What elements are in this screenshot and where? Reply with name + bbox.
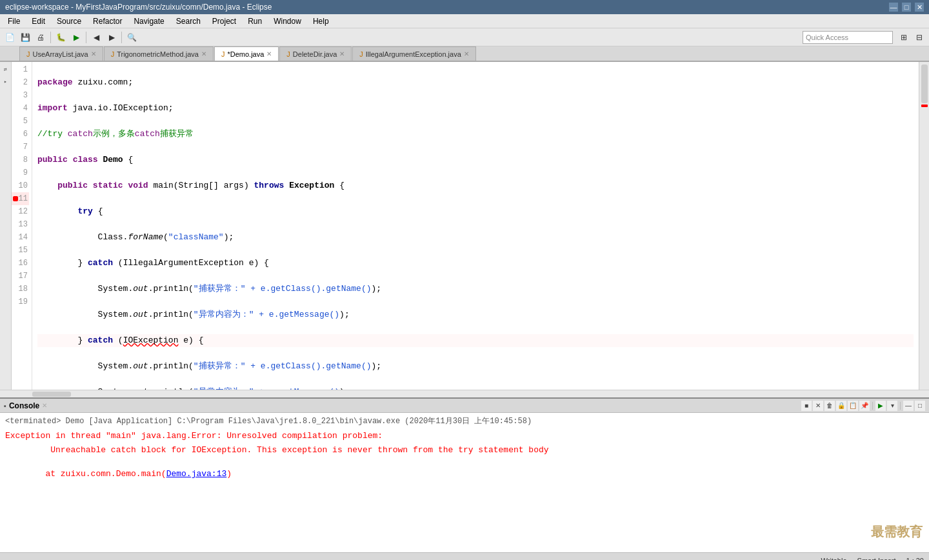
view-button[interactable]: ⊟ [912,30,926,45]
console-run-button[interactable]: ▶ [875,401,886,411]
menu-bar: File Edit Source Refactor Navigate Searc… [0,14,929,28]
separator-3 [121,32,122,43]
code-line-2: import java.io.IOException; [37,102,914,115]
tabs-bar: J UseArrayList.java ✕ J TrigonometricMet… [0,46,929,62]
ln-13: 13 [12,218,29,231]
code-line-8: } catch (IllegalArgumentException e) { [37,257,914,270]
code-editor[interactable]: package zuixu.comn; import java.io.IOExc… [32,62,919,390]
menu-help[interactable]: Help [308,15,334,27]
left-icon-1[interactable]: ⇄ [0,63,12,75]
console-link[interactable]: Demo.java:13 [166,469,227,479]
status-bar: Writable Smart Insert 1 : 20 [0,552,929,560]
tab-usearraylist[interactable]: J UseArrayList.java ✕ [19,46,103,61]
quick-access-input[interactable]: Quick Access [803,31,893,44]
toolbar: 📄 💾 🖨 🐛 ▶ ◀ ▶ 🔍 Quick Access ⊞ ⊟ [0,28,929,46]
code-line-11: } catch (IOException e) { [37,334,914,347]
console-maximize[interactable]: □ [915,401,925,411]
code-line-3: //try catch示例，多条catch捕获异常 [37,128,914,141]
tab-close-3[interactable]: ✕ [266,50,272,57]
debug-button[interactable]: 🐛 [54,30,68,45]
console-toolbar: ■ ✕ 🗑 🔒 📋 📌 ▶ ▾ — □ [801,401,925,411]
ln-2: 2 [12,76,29,89]
tab-close-5[interactable]: ✕ [464,50,469,57]
run-button[interactable]: ▶ [69,30,83,45]
code-line-13: System.out.println("异常内容为：" + e.getMessa… [37,386,914,390]
menu-project[interactable]: Project [207,15,241,27]
menu-search[interactable]: Search [171,15,206,27]
tab-illegalargument[interactable]: J IllegalArgumentException.java ✕ [352,46,475,61]
ln-12: 12 [12,205,29,218]
ln-18: 18 [12,283,29,295]
tab-label-5: IllegalArgumentException.java [366,50,461,58]
ln-9: 9 [12,166,29,179]
print-button[interactable]: 🖨 [34,30,48,45]
editor-scrollbar[interactable] [919,62,929,390]
ln-5: 5° [12,115,29,128]
ln-4: 4 [12,102,29,115]
new-button[interactable]: 📄 [3,30,17,45]
code-line-6: try { [37,205,914,218]
tab-close-4[interactable]: ✕ [339,50,345,57]
menu-window[interactable]: Window [268,15,306,27]
tab-close-2[interactable]: ✕ [201,50,206,57]
console-copy-button[interactable]: 📋 [848,401,858,411]
tab-deletedir[interactable]: J DeleteDir.java ✕ [279,46,352,61]
console-paste-button[interactable]: 📌 [859,401,870,411]
search-button[interactable]: 🔍 [125,30,139,45]
console-clear-button[interactable]: 🗑 [824,401,835,411]
console-stop-button[interactable]: ■ [801,401,812,411]
console-close-marker: ✕ [42,402,47,409]
forward-button[interactable]: ▶ [105,30,119,45]
ln-3: 3 [12,89,29,102]
tab-label-4: DeleteDir.java [293,50,337,58]
console-scroll-lock-button[interactable]: 🔒 [836,401,846,411]
ln-10: 10 [12,179,29,192]
left-panel-icons: ⇄ ▸ [0,62,12,390]
console-remove-button[interactable]: ✕ [813,401,823,411]
code-line-7: Class.forName("className"); [37,231,914,244]
tab-demo[interactable]: J *Demo.java ✕ [214,46,279,61]
tab-close-1[interactable]: ✕ [91,50,96,57]
left-icon-2[interactable]: ▸ [0,75,12,87]
status-writable: Writable [821,557,846,561]
editor-hscrollbar[interactable] [0,390,929,397]
hscrollbar-thumb[interactable] [32,392,71,397]
code-line-5: public static void main(String[] args) t… [37,179,914,192]
code-line-12: System.out.println("捕获异常：" + e.getClass(… [37,360,914,373]
console-terminated-text: <terminated> Demo [Java Application] C:\… [5,415,924,426]
minimize-button[interactable]: — [889,3,898,12]
open-perspective-button[interactable]: ⊞ [897,30,911,45]
menu-run[interactable]: Run [243,15,267,27]
console-error-line2: Unreachable catch block for IOException.… [5,443,924,457]
ln-17: 17 [12,270,29,283]
ln-14: 14 [12,231,29,244]
maximize-button[interactable]: □ [902,3,911,12]
console-minimize[interactable]: — [903,401,914,411]
title-text: eclipse-workspace - MyFirstJavaProgram/s… [5,3,272,12]
menu-file[interactable]: File [3,15,25,27]
tab-icon-3: J [221,50,225,58]
close-button[interactable]: ✕ [915,3,924,12]
menu-source[interactable]: Source [52,15,86,27]
console-header: ▪ Console ✕ ■ ✕ 🗑 🔒 📋 📌 ▶ ▾ — □ [0,399,929,413]
error-indicator [921,105,928,107]
menu-refactor[interactable]: Refactor [88,15,127,27]
console-content[interactable]: <terminated> Demo [Java Application] C:\… [0,413,929,552]
menu-edit[interactable]: Edit [26,15,50,27]
save-button[interactable]: 💾 [18,30,32,45]
console-header-left: ▪ Console ✕ [4,401,47,410]
scrollbar-thumb[interactable] [921,65,928,103]
code-line-10: System.out.println("异常内容为：" + e.getMessa… [37,308,914,321]
line-numbers: 1 2 3 4 5° 6 7 8 9 10 11 12 13 14 15 16 … [12,62,32,390]
menu-navigate[interactable]: Navigate [128,15,169,27]
title-bar: eclipse-workspace - MyFirstJavaProgram/s… [0,0,929,14]
title-bar-controls[interactable]: — □ ✕ [889,3,924,12]
ln-19: 19 [12,295,29,308]
tab-label-1: UseArrayList.java [33,50,88,58]
tab-label-2: TrigonometricMethod.java [117,50,199,58]
tab-trigonometric[interactable]: J TrigonometricMethod.java ✕ [104,46,214,61]
back-button[interactable]: ◀ [89,30,103,45]
console-view-menu[interactable]: ▾ [887,401,897,411]
code-line-1: package zuixu.comn; [37,76,914,89]
ln-8: 8 [12,154,29,166]
